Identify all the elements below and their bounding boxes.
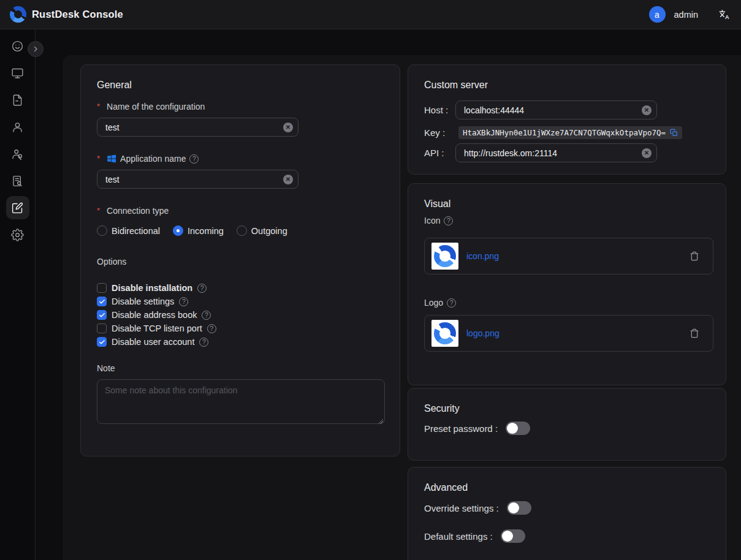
clear-icon[interactable]: ✕ [283,123,293,132]
host-label: Host : [424,105,455,115]
connection-type-label: Connection type [97,206,384,216]
rustdesk-logo-icon [10,6,26,23]
logo-file-link[interactable]: logo.png [466,328,500,338]
custom-server-title: Custom server [424,80,710,91]
checkbox-disable-installation[interactable] [97,283,107,293]
icon-preview [431,243,458,270]
delete-icon[interactable] [690,328,699,338]
config-name-input[interactable] [97,118,298,137]
security-title: Security [424,403,710,414]
windows-icon [107,154,116,164]
help-icon[interactable]: ? [444,216,453,225]
edit-icon [11,202,24,214]
custom-server-card: Custom server Host : ✕ Key : HtaXBkJNHyn… [408,64,726,175]
host-input[interactable] [455,100,657,119]
sidebar-item-configurations[interactable] [6,196,29,219]
app-title: RustDesk Console [32,9,123,20]
preset-password-toggle[interactable] [506,422,530,435]
advanced-card: Advanced Override settings : Default set… [408,467,726,560]
server-key-value: HtaXBkJNHyn0e1U1jWXze7A7CN7QTGWqxkOtpaVp… [463,128,666,137]
checkbox-disable-address-book[interactable] [97,310,107,320]
application-name-label: Application name ? [97,154,384,164]
note-textarea[interactable] [97,379,385,424]
checkbox-disable-settings[interactable] [97,297,107,306]
chevron-right-icon [32,45,39,53]
help-icon[interactable]: ? [189,154,199,164]
radio-bidirectional[interactable]: Bidirectional [97,225,160,236]
logo-preview [431,320,458,347]
preset-password-row: Preset password : [424,422,710,435]
sidebar-item-devices[interactable] [6,61,29,85]
sidebar-item-groups[interactable] [6,142,29,165]
general-card: General Name of the configuration ✕ Appl… [80,64,400,456]
user-avatar[interactable]: a [649,6,666,23]
application-name-input[interactable] [97,170,298,189]
sidebar-item-settings[interactable] [6,223,29,246]
option-disable-address-book: Disable address book ? [97,308,384,322]
key-label: Key : [424,127,455,138]
icon-file-row: icon.png [424,238,713,274]
clear-icon[interactable]: ✕ [642,148,652,158]
help-icon[interactable]: ? [199,338,208,347]
settings-gear-icon [11,229,24,241]
audit-log-icon [11,175,24,187]
rustdesk-console-window: RustDesk Console a admin A [0,0,741,560]
radio-icon[interactable] [173,225,183,236]
default-settings-label: Default settings : [424,531,493,542]
radio-outgoing[interactable]: Outgoing [237,225,287,236]
visual-card: Visual Icon ? icon.png Logo ? logo.png [408,183,726,385]
option-disable-tcp-listen-port: Disable TCP listen port ? [97,322,384,335]
radio-incoming[interactable]: Incoming [173,225,224,236]
translate-icon[interactable]: A [718,8,731,21]
sidebar-item-documents[interactable] [6,88,29,112]
file-icon [11,94,24,107]
logo-label: Logo ? [424,298,710,308]
general-title: General [97,80,384,91]
help-icon[interactable]: ? [197,284,207,293]
sidebar [0,29,36,560]
checkbox-disable-user-account[interactable] [97,337,107,347]
preset-password-label: Preset password : [424,423,498,434]
override-settings-toggle[interactable] [507,501,531,515]
connection-type-group: Bidirectional Incoming Outgoing [97,225,384,236]
svg-text:A: A [725,14,729,20]
api-label: API : [424,148,455,158]
icon-label: Icon ? [424,216,710,225]
override-settings-row: Override settings : [424,501,710,515]
checkbox-disable-tcp-listen-port[interactable] [97,324,107,333]
logo-file-row: logo.png [424,315,713,352]
user-name[interactable]: admin [674,10,699,20]
advanced-title: Advanced [424,482,710,493]
user-icon [11,121,24,134]
visual-title: Visual [424,199,710,210]
delete-icon[interactable] [690,251,699,261]
clear-icon[interactable]: ✕ [642,105,652,115]
help-icon[interactable]: ? [179,297,188,306]
default-settings-row: Default settings : [424,529,710,543]
top-bar: RustDesk Console a admin A [0,0,741,29]
rustdesk-logo-icon [434,245,456,267]
default-settings-toggle[interactable] [501,529,525,543]
radio-icon[interactable] [97,225,107,236]
api-input[interactable] [455,143,657,162]
users-icon [11,148,24,161]
help-icon[interactable]: ? [207,324,216,333]
server-key-chip: HtaXBkJNHyn0e1U1jWXze7A7CN7QTGWqxkOtpaVp… [458,126,682,139]
options-label: Options [97,257,384,267]
security-card: Security Preset password : [408,388,726,461]
radio-icon[interactable] [237,225,247,236]
sidebar-expand-button[interactable] [28,41,44,57]
note-label: Note [97,363,384,373]
rustdesk-logo-icon [434,322,456,344]
sidebar-item-audit[interactable] [6,169,29,192]
sidebar-item-users[interactable] [6,115,29,138]
help-icon[interactable]: ? [447,298,456,308]
sidebar-item-dashboard[interactable] [6,34,29,58]
option-disable-installation: Disable installation ? [97,281,384,295]
option-disable-settings: Disable settings ? [97,295,384,308]
monitor-icon [11,67,24,80]
copy-icon[interactable] [670,129,678,137]
icon-file-link[interactable]: icon.png [466,251,499,261]
help-icon[interactable]: ? [202,311,211,320]
clear-icon[interactable]: ✕ [283,175,293,184]
